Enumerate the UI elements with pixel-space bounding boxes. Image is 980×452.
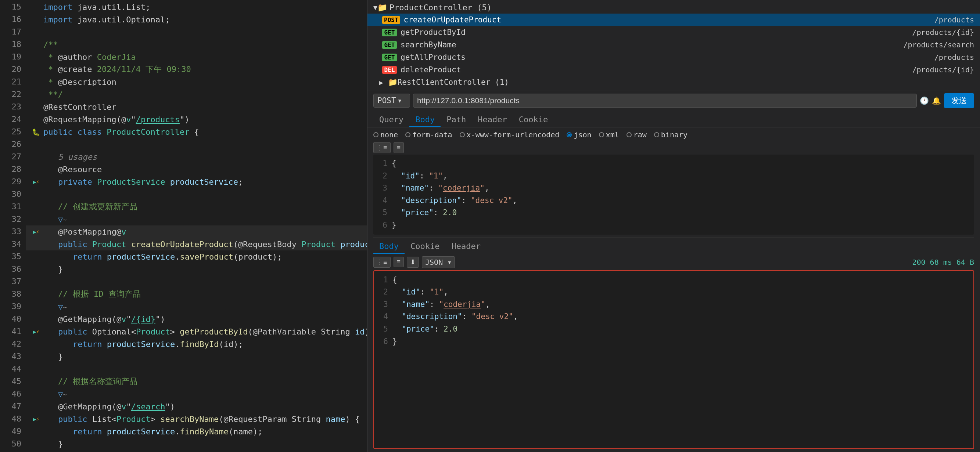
code-line-44 bbox=[26, 363, 367, 375]
tab-cookie[interactable]: Cookie bbox=[513, 113, 554, 127]
radio-raw[interactable]: raw bbox=[627, 130, 647, 139]
code-line-37 bbox=[26, 275, 367, 288]
bell-icon[interactable]: 🔔 bbox=[932, 96, 941, 105]
code-line-33: ▶⚡ @PostMapping@v bbox=[26, 225, 367, 238]
endpoint-name-delete: deleteProduct bbox=[401, 65, 906, 74]
json-res-line-4: 4 "description": "desc v2", bbox=[377, 311, 970, 323]
json-res-line-5: 5 "price": 2.0 bbox=[377, 323, 970, 336]
code-line-29: ▶⚡ private ProductService productService… bbox=[26, 176, 367, 188]
response-save-btn[interactable]: ⬇ bbox=[407, 257, 419, 268]
radio-circle-json bbox=[566, 132, 572, 137]
gutter-33: ▶⚡ bbox=[29, 228, 43, 235]
folder-icon-restclient: 📁 bbox=[388, 78, 398, 87]
radio-label-none: none bbox=[380, 130, 398, 139]
clock-icon[interactable]: 🕐 bbox=[920, 96, 929, 105]
code-line-20: * @create 2024/11/4 下午 09:30 bbox=[26, 63, 367, 76]
tree-folder-product-controller[interactable]: ▼ 📁 ProductController (5) bbox=[368, 2, 980, 14]
response-tab-body[interactable]: Body bbox=[373, 239, 404, 254]
gutter-41: ▶⚡ bbox=[29, 328, 43, 335]
tab-body[interactable]: Body bbox=[409, 113, 441, 127]
method-badge-post-create: POST bbox=[382, 16, 400, 24]
response-toolbar: ⋮≡ ≡ ⬇ JSON ▾ 200 68 ms 64 B bbox=[368, 254, 980, 270]
json-res-line-2: 2 "id": "1", bbox=[377, 286, 970, 298]
code-area[interactable]: import java.util.List; import java.util.… bbox=[26, 0, 367, 452]
json-expand-btn[interactable]: ≡ bbox=[393, 142, 404, 153]
endpoint-item-getall[interactable]: GET getAllProducts /products bbox=[368, 51, 980, 63]
radio-xml[interactable]: xml bbox=[599, 130, 619, 139]
radio-label-binary: binary bbox=[661, 130, 687, 139]
request-json-editor[interactable]: 1 { 2 "id": "1", 3 "name": "coderjia", 4… bbox=[373, 155, 974, 235]
response-body: 1 { 2 "id": "1", 3 "name": "coderjia", 4… bbox=[373, 270, 974, 449]
code-editor: 15 16 17 18 19 20 21 22 23 24 25 26 27 2… bbox=[0, 0, 368, 452]
code-line-22: **/ bbox=[26, 88, 367, 101]
code-line-46: ▽~ bbox=[26, 388, 367, 400]
endpoint-item-search[interactable]: GET searchByName /products/search bbox=[368, 38, 980, 51]
line-numbers: 15 16 17 18 19 20 21 22 23 24 25 26 27 2… bbox=[0, 0, 26, 452]
endpoint-name-search: searchByName bbox=[401, 40, 897, 49]
response-tab-cookie[interactable]: Cookie bbox=[404, 239, 445, 254]
endpoint-path-search: /products/search bbox=[903, 40, 974, 49]
radio-formdata[interactable]: form-data bbox=[405, 130, 452, 139]
response-tabs-row: Body Cookie Header bbox=[368, 238, 980, 254]
code-line-21: * @Description bbox=[26, 76, 367, 88]
method-badge-get-byid: GET bbox=[382, 29, 397, 36]
code-line-39: ▽~ bbox=[26, 300, 367, 313]
method-select-value: POST bbox=[377, 96, 396, 105]
code-line-31: // 创建或更新新产品 bbox=[26, 200, 367, 213]
json-res-line-3: 3 "name": "coderjia", bbox=[377, 298, 970, 311]
code-line-48: ▶⚡ public List<Product> searchByName(@Re… bbox=[26, 413, 367, 425]
gutter-25: 🐛 bbox=[29, 128, 43, 136]
format-label: JSON bbox=[425, 258, 443, 266]
code-line-50: } bbox=[26, 438, 367, 450]
code-line-25: 🐛 public class ProductController { bbox=[26, 125, 367, 138]
endpoint-item-delete[interactable]: DEL deleteProduct /products/{id} bbox=[368, 63, 980, 76]
radio-label-raw: raw bbox=[633, 130, 647, 139]
code-line-30 bbox=[26, 188, 367, 200]
rest-client-count-label: (1) bbox=[495, 78, 509, 87]
code-line-26 bbox=[26, 138, 367, 151]
method-dropdown-icon: ▾ bbox=[398, 96, 402, 105]
endpoint-name-create: createOrUpdateProduct bbox=[404, 16, 929, 24]
json-format-btn[interactable]: ⋮≡ bbox=[373, 142, 391, 153]
endpoint-path-getbyid: /products/{id} bbox=[912, 28, 974, 37]
response-expand-btn[interactable]: ≡ bbox=[393, 257, 404, 267]
code-line-49: return productService.findByName(name); bbox=[26, 425, 367, 438]
tab-path[interactable]: Path bbox=[441, 113, 472, 127]
response-area: Body Cookie Header ⋮≡ ≡ ⬇ JSON ▾ 200 68 … bbox=[368, 238, 980, 452]
response-format-btn[interactable]: ⋮≡ bbox=[373, 257, 391, 268]
body-options: none form-data x-www-form-urlencoded jso… bbox=[368, 127, 980, 142]
endpoint-path-create: /products bbox=[934, 16, 974, 24]
json-res-line-1: 1 { bbox=[377, 274, 970, 286]
format-select[interactable]: JSON ▾ bbox=[422, 256, 455, 268]
method-select[interactable]: POST ▾ bbox=[373, 94, 410, 108]
code-line-24: @RequestMapping(@v"/products") bbox=[26, 113, 367, 125]
radio-none[interactable]: none bbox=[373, 130, 398, 139]
send-button[interactable]: 发送 bbox=[944, 93, 974, 108]
endpoint-item-getbyid[interactable]: GET getProductById /products/{id} bbox=[368, 26, 980, 38]
code-line-19: * @author CoderJia bbox=[26, 51, 367, 63]
radio-binary[interactable]: binary bbox=[654, 130, 687, 139]
code-line-34: public Product createOrUpdateProduct(@Re… bbox=[26, 238, 367, 251]
json-req-line-3: 3 "name": "coderjia", bbox=[376, 182, 971, 195]
chevron-down-icon: ▼ bbox=[373, 4, 377, 11]
radio-label-json: json bbox=[574, 130, 591, 139]
code-line-18: /** bbox=[26, 38, 367, 51]
radio-label-formdata: form-data bbox=[412, 130, 452, 139]
endpoint-name-getall: getAllProducts bbox=[401, 53, 929, 62]
url-input[interactable] bbox=[413, 94, 917, 108]
radio-circle-urlencoded bbox=[460, 132, 465, 137]
format-dropdown-icon: ▾ bbox=[447, 258, 452, 266]
radio-urlencoded[interactable]: x-www-form-urlencoded bbox=[460, 130, 560, 139]
endpoint-tree: ▼ 📁 ProductController (5) POST createOrU… bbox=[368, 0, 980, 90]
json-req-line-5: 5 "price": 2.0 bbox=[376, 207, 971, 219]
radio-circle-raw bbox=[627, 132, 632, 137]
gutter-29: ▶⚡ bbox=[29, 178, 43, 186]
response-tab-header[interactable]: Header bbox=[445, 239, 486, 254]
json-res-line-6: 6 } bbox=[377, 336, 970, 348]
radio-json[interactable]: json bbox=[566, 130, 591, 139]
endpoint-item-create[interactable]: POST createOrUpdateProduct /products bbox=[368, 14, 980, 26]
tree-subfolder-restclient[interactable]: ▶ 📁 RestClientController (1) bbox=[368, 76, 980, 89]
tab-query[interactable]: Query bbox=[373, 113, 409, 127]
folder-icon: 📁 bbox=[377, 3, 387, 12]
tab-header[interactable]: Header bbox=[472, 113, 512, 127]
